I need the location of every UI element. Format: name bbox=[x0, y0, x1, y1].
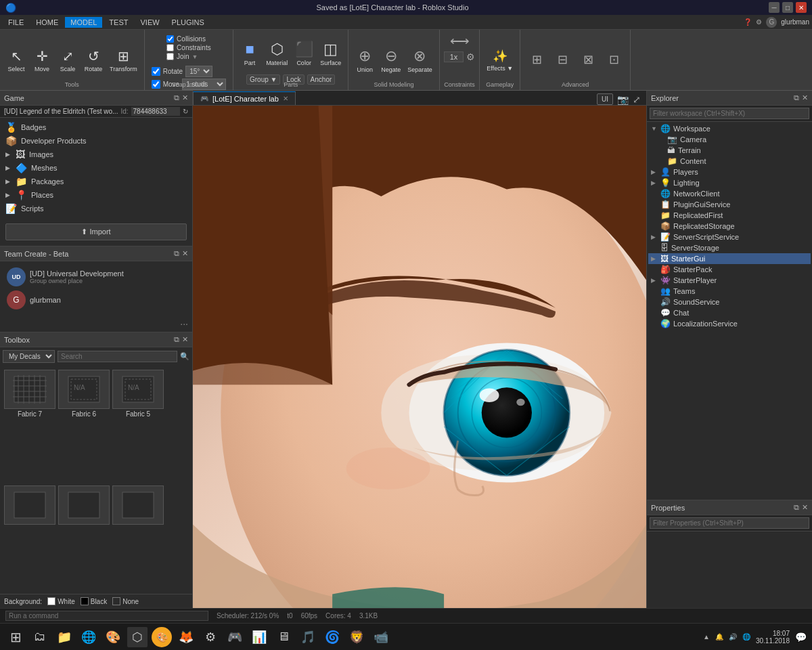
tree-startergui[interactable]: ▶ 🖼 StarterGui bbox=[648, 253, 811, 264]
game-item-places[interactable]: ▶ 📍 Places bbox=[3, 188, 189, 202]
tree-pluginguiservice[interactable]: 📋 PluginGuiService bbox=[648, 199, 811, 210]
advanced-btn-2[interactable]: ⊟ bbox=[550, 43, 574, 78]
ui-button[interactable]: UI bbox=[597, 93, 613, 105]
union-button[interactable]: ⊕ Union bbox=[353, 43, 377, 78]
rotate-snap-select[interactable]: 15°5°45° bbox=[185, 66, 212, 77]
tree-localizationservice[interactable]: 🌍 LocalizationService bbox=[648, 318, 811, 329]
refresh-icon[interactable]: ↻ bbox=[183, 108, 188, 115]
viewport-expand-btn[interactable]: ⤢ bbox=[633, 94, 641, 105]
properties-close[interactable]: ✕ bbox=[802, 503, 808, 512]
close-button[interactable]: ✕ bbox=[796, 2, 807, 13]
media-taskbar[interactable]: 🎵 bbox=[298, 627, 318, 647]
advanced-btn-4[interactable]: ⊡ bbox=[602, 43, 626, 78]
part-button[interactable]: ■ Part bbox=[238, 36, 262, 71]
lion-taskbar[interactable]: 🦁 bbox=[346, 627, 367, 647]
menu-home[interactable]: HOME bbox=[30, 17, 64, 28]
discord-taskbar[interactable]: 📊 bbox=[249, 627, 269, 647]
help-icon[interactable]: ❓ bbox=[744, 18, 752, 26]
tree-content[interactable]: 📁 Content bbox=[648, 156, 811, 167]
more-icon[interactable]: ··· bbox=[180, 318, 188, 329]
toolbox-float[interactable]: ⧉ bbox=[174, 335, 179, 344]
game-item-packages[interactable]: ▶ 📁 Packages bbox=[3, 175, 189, 188]
join-checkbox[interactable] bbox=[166, 53, 174, 60]
scale-tool-button[interactable]: ⤢ Scale bbox=[55, 43, 80, 78]
game-panel-float[interactable]: ⧉ bbox=[174, 93, 179, 102]
notify-network-icon[interactable]: 🌐 bbox=[742, 633, 750, 641]
toolbox-item-fabric5[interactable]: N/A Fabric 5 bbox=[112, 370, 164, 483]
taskview-button[interactable]: 🗂 bbox=[30, 627, 50, 647]
explorer-float[interactable]: ⧉ bbox=[794, 93, 799, 102]
tree-serverscriptservice[interactable]: ▶ 📝 ServerScriptService bbox=[648, 232, 811, 242]
collisions-check[interactable]: Collisions bbox=[166, 35, 211, 43]
toolbox-item-extra2[interactable] bbox=[58, 485, 110, 590]
toolbox-item-extra3[interactable] bbox=[112, 485, 164, 590]
clock[interactable]: 18:07 30.11.2018 bbox=[756, 630, 790, 645]
blender-taskbar[interactable]: 🎨 bbox=[152, 627, 172, 647]
viewport[interactable] bbox=[193, 106, 646, 608]
notify-bell-icon[interactable]: 🔔 bbox=[715, 633, 723, 641]
explorer-taskbar[interactable]: 📁 bbox=[54, 627, 74, 647]
screenshot-btn[interactable]: 📷 bbox=[617, 94, 629, 105]
game-item-developer-products[interactable]: 📦 Developer Products bbox=[3, 134, 189, 148]
game-item-images[interactable]: ▶ 🖼 Images bbox=[3, 148, 189, 161]
properties-float[interactable]: ⧉ bbox=[794, 503, 799, 512]
paint-taskbar[interactable]: 🎨 bbox=[103, 627, 123, 647]
transform-tool-button[interactable]: ⊞ Transform bbox=[107, 43, 140, 78]
tree-workspace[interactable]: ▼ 🌐 Workspace bbox=[648, 123, 811, 134]
toolbox-category-select[interactable]: My Decals Models Plugins Audio bbox=[3, 350, 55, 363]
start-button[interactable]: ⊞ bbox=[5, 627, 26, 647]
team-panel-close[interactable]: ✕ bbox=[182, 249, 188, 258]
menu-file[interactable]: FILE bbox=[3, 17, 29, 28]
toolbox-item-fabric6[interactable]: N/A Fabric 6 bbox=[58, 370, 110, 483]
import-button[interactable]: ⬆ Import bbox=[5, 223, 187, 240]
tree-replicatedfirst[interactable]: 📁 ReplicatedFirst bbox=[648, 210, 811, 221]
game-id-input[interactable] bbox=[131, 107, 180, 116]
bg-black-option[interactable]: Black bbox=[81, 597, 107, 605]
separate-button[interactable]: ⊗ Separate bbox=[405, 43, 435, 78]
join-arrow[interactable]: ▼ bbox=[191, 53, 198, 60]
bg-white-option[interactable]: White bbox=[47, 597, 75, 605]
toolbox-item-fabric7[interactable]: Fabric 7 bbox=[4, 370, 55, 483]
team-panel-float[interactable]: ⧉ bbox=[174, 249, 179, 258]
join-check[interactable]: Join ▼ bbox=[166, 53, 211, 60]
notify-sound-icon[interactable]: 🔊 bbox=[729, 633, 737, 641]
menu-model[interactable]: MODEL bbox=[65, 17, 102, 28]
advanced-btn-3[interactable]: ⊠ bbox=[576, 43, 600, 78]
effects-button[interactable]: ✨ Effects ▼ bbox=[484, 43, 516, 78]
swirl-taskbar[interactable]: 🌀 bbox=[322, 627, 342, 647]
select-tool-button[interactable]: ↖ Select bbox=[4, 43, 28, 78]
tree-networkclient[interactable]: 🌐 NetworkClient bbox=[648, 188, 811, 199]
tree-terrain[interactable]: 🏔 Terrain bbox=[648, 145, 811, 156]
menu-plugins[interactable]: PLUGINS bbox=[166, 17, 210, 28]
properties-search-input[interactable] bbox=[650, 517, 809, 529]
surface-button[interactable]: ◫ Surface bbox=[317, 36, 344, 71]
search-icon[interactable]: 🔍 bbox=[180, 352, 189, 361]
constraints-checkbox[interactable] bbox=[166, 44, 174, 51]
game-item-scripts[interactable]: 📝 Scripts bbox=[3, 202, 189, 215]
notify-up-icon[interactable]: ▲ bbox=[703, 633, 710, 641]
constraints-scale[interactable]: 1x bbox=[444, 51, 464, 62]
tree-teams[interactable]: 👥 Teams bbox=[648, 286, 811, 297]
toolbox-search-input[interactable] bbox=[58, 351, 177, 362]
action-center-icon[interactable]: 💬 bbox=[795, 632, 807, 643]
tree-soundservice[interactable]: 🔊 SoundService bbox=[648, 297, 811, 307]
tree-starterpack[interactable]: 🎒 StarterPack bbox=[648, 264, 811, 275]
material-button[interactable]: ⬡ Material bbox=[263, 36, 290, 71]
tree-camera[interactable]: 📷 Camera bbox=[648, 134, 811, 145]
tree-lighting[interactable]: ▶ 💡 Lighting bbox=[648, 177, 811, 188]
toolbox-item-extra1[interactable] bbox=[4, 485, 55, 590]
camera-taskbar[interactable]: 📹 bbox=[371, 627, 391, 647]
menu-test[interactable]: TEST bbox=[104, 17, 133, 28]
settings-icon[interactable]: ⚙ bbox=[756, 18, 762, 26]
bg-none-option[interactable]: None bbox=[112, 597, 139, 605]
tree-starterplayer[interactable]: ▶ 👾 StarterPlayer bbox=[648, 275, 811, 286]
tree-serverstorage[interactable]: 🗄 ServerStorage bbox=[648, 242, 811, 253]
game-panel-close[interactable]: ✕ bbox=[182, 93, 188, 102]
menu-view[interactable]: VIEW bbox=[135, 17, 164, 28]
explorer-close[interactable]: ✕ bbox=[802, 93, 808, 102]
rotate-snap-checkbox[interactable] bbox=[152, 67, 160, 76]
move-tool-button[interactable]: ✛ Move bbox=[30, 43, 54, 78]
color-button[interactable]: ⬛ Color bbox=[292, 36, 316, 71]
collisions-checkbox[interactable] bbox=[166, 35, 174, 43]
tab-close-button[interactable]: ✕ bbox=[283, 95, 288, 102]
